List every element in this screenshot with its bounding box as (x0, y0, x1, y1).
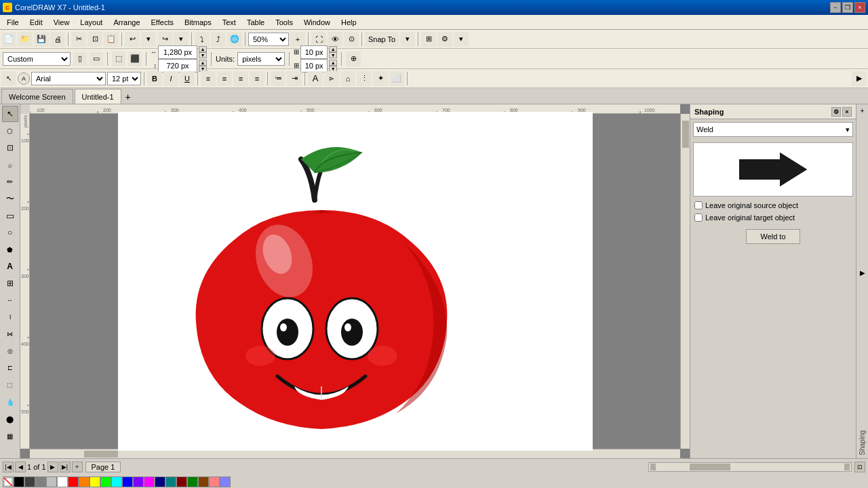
menu-table[interactable]: Table (241, 17, 270, 28)
rect-tool[interactable]: ▭ (2, 207, 18, 224)
color-gray2[interactable] (35, 476, 46, 487)
italic-button[interactable]: I (163, 71, 178, 86)
publish-button[interactable]: 🌐 (227, 32, 242, 47)
welcome-tab[interactable]: Welcome Screen (1, 89, 73, 104)
polygon-tool[interactable]: ⬟ (2, 241, 18, 258)
h-scrollbar[interactable] (648, 462, 852, 472)
add-page-button[interactable]: + (72, 462, 83, 472)
full-screen-button[interactable]: ⛶ (311, 32, 326, 47)
menu-view[interactable]: View (48, 17, 75, 28)
options-dropdown[interactable]: ▾ (454, 32, 469, 47)
nudge2-up[interactable]: ▲ (329, 60, 337, 66)
crop-tool[interactable]: ⊡ (2, 140, 18, 156)
undo-dropdown[interactable]: ▾ (141, 32, 156, 47)
nudge2-input[interactable] (300, 59, 328, 73)
menu-arrange[interactable]: Arrange (108, 17, 145, 28)
first-page-button[interactable]: |◀ (3, 462, 14, 472)
pick-tool-small[interactable]: ↖ (1, 71, 16, 86)
dropper-tool[interactable]: 💧 (2, 394, 18, 410)
justify-button[interactable]: ≡ (250, 71, 264, 86)
font-combo[interactable]: Arial Times New Roman (31, 72, 106, 85)
canvas-area[interactable]: 100 200 300 400 500 600 700 800 900 1000 (20, 104, 690, 458)
height-up[interactable]: ▲ (199, 60, 207, 66)
text-frame-button[interactable]: ⬜ (389, 71, 404, 86)
minimize-button[interactable]: − (830, 2, 841, 13)
leave-source-checkbox[interactable] (694, 201, 703, 209)
color-gray3[interactable] (46, 476, 57, 487)
nudge-input[interactable] (300, 45, 328, 59)
units-combo[interactable]: pixels inches mm cm (237, 52, 285, 66)
redo-dropdown[interactable]: ▾ (174, 32, 189, 47)
grid-button[interactable]: ⊞ (421, 32, 436, 47)
underline-button[interactable]: U (180, 71, 195, 86)
menu-window[interactable]: Window (298, 17, 336, 28)
color-white[interactable] (57, 476, 68, 487)
color-pink[interactable] (209, 476, 220, 487)
nudge-up[interactable]: ▲ (329, 46, 337, 52)
ellipse-tool[interactable]: ○ (2, 224, 18, 241)
color-yellow[interactable] (90, 476, 100, 487)
fill-tool[interactable]: ⬤ (2, 411, 18, 427)
shape-tool[interactable]: ⬡ (2, 123, 18, 139)
bullets-button[interactable]: ≔ (271, 71, 285, 86)
color-red[interactable] (68, 476, 79, 487)
text-tool[interactable]: A (2, 258, 18, 274)
leave-target-checkbox[interactable] (694, 214, 703, 222)
color-darkred[interactable] (176, 476, 187, 487)
shaping-settings-button[interactable]: ⚙ (831, 107, 841, 117)
h-scroll-thumb[interactable] (84, 451, 118, 458)
color-purple[interactable] (133, 476, 144, 487)
char-format-button[interactable]: A (308, 71, 323, 86)
new-button[interactable]: 📄 (1, 32, 16, 47)
pick-tool[interactable]: ↖ (2, 106, 18, 122)
close-button[interactable]: × (854, 2, 865, 13)
blend-tool[interactable]: ⋈ (2, 326, 18, 342)
import-button[interactable]: ⤵ (195, 32, 210, 47)
color-cyan[interactable] (111, 476, 122, 487)
envelope-tool[interactable]: ⊏ (2, 360, 18, 376)
color-darkgreen[interactable] (187, 476, 198, 487)
h-scroll-right[interactable] (844, 464, 850, 470)
text-columns-button[interactable]: ⋮ (357, 71, 372, 86)
zoom-fit-button[interactable]: ⊡ (854, 462, 865, 472)
landscape-button[interactable]: ▭ (90, 52, 103, 66)
menu-tools[interactable]: Tools (270, 17, 298, 28)
color-lightblue[interactable] (220, 476, 231, 487)
color-darkblue[interactable] (155, 476, 165, 487)
align-right-button[interactable]: ≡ (233, 71, 248, 86)
bold-button[interactable]: B (147, 71, 162, 86)
color-orange[interactable] (79, 476, 90, 487)
prev-page-button[interactable]: ◀ (15, 462, 26, 472)
panel-add-button[interactable]: + (861, 107, 865, 115)
color-blue[interactable] (122, 476, 133, 487)
width-down[interactable]: ▼ (199, 52, 207, 58)
vertical-scrollbar[interactable] (680, 114, 690, 449)
paste-button[interactable]: 📋 (104, 32, 119, 47)
height-input[interactable] (158, 59, 197, 73)
width-input[interactable] (158, 45, 197, 59)
extrude-tool[interactable]: ⬚ (2, 377, 18, 393)
save-button[interactable]: 💾 (34, 32, 49, 47)
color-gray1[interactable] (24, 476, 35, 487)
redo-button[interactable]: ↪ (157, 32, 172, 47)
pan-button[interactable]: ⊕ (346, 52, 361, 66)
export-button[interactable]: ⤴ (211, 32, 226, 47)
text-spacing-button[interactable]: ⌂ (340, 71, 355, 86)
print-button[interactable]: 🖨 (50, 32, 65, 47)
portrait-button[interactable]: ▯ (73, 52, 87, 66)
width-up[interactable]: ▲ (199, 46, 207, 52)
zoom-tool[interactable]: ⌕ (2, 157, 18, 173)
zoom-in-button[interactable]: + (290, 32, 305, 47)
page-tab[interactable]: Page 1 (85, 462, 121, 472)
zoom-combo[interactable]: 50% 25% 75% 100% (248, 33, 289, 46)
open-button[interactable]: 📁 (18, 32, 33, 47)
connector-tool[interactable]: ⌇ (2, 309, 18, 325)
cut-button[interactable]: ✂ (71, 32, 86, 47)
next-page-button[interactable]: ▶ (47, 462, 58, 472)
color-black[interactable] (14, 476, 24, 487)
page-border-button[interactable]: ⬚ (112, 52, 125, 66)
color-magenta[interactable] (144, 476, 155, 487)
undo-button[interactable]: ↩ (125, 32, 140, 47)
snap-dropdown[interactable]: ▾ (400, 32, 415, 47)
v-scroll-thumb[interactable] (682, 121, 689, 148)
